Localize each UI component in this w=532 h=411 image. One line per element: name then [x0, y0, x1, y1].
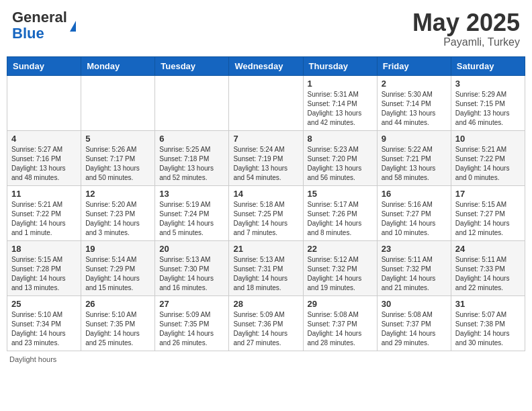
day-number: 25 — [11, 299, 77, 309]
day-number: 1 — [308, 79, 373, 89]
day-number: 17 — [455, 189, 521, 199]
footer: Daylight hours — [7, 355, 525, 363]
day-number: 9 — [382, 134, 447, 144]
day-of-week-monday: Monday — [81, 56, 155, 75]
calendar-cell: 27Sunrise: 5:09 AM Sunset: 7:35 PM Dayli… — [155, 295, 229, 351]
day-info: Sunrise: 5:12 AM Sunset: 7:32 PM Dayligh… — [308, 255, 373, 293]
calendar-week-row: 1Sunrise: 5:31 AM Sunset: 7:14 PM Daylig… — [7, 75, 525, 130]
day-info: Sunrise: 5:22 AM Sunset: 7:21 PM Dayligh… — [382, 145, 447, 183]
calendar-cell: 2Sunrise: 5:30 AM Sunset: 7:14 PM Daylig… — [377, 75, 451, 130]
day-info: Sunrise: 5:31 AM Sunset: 7:14 PM Dayligh… — [308, 90, 373, 128]
day-number: 5 — [85, 134, 150, 144]
day-info: Sunrise: 5:21 AM Sunset: 7:22 PM Dayligh… — [11, 200, 77, 238]
calendar-cell: 31Sunrise: 5:07 AM Sunset: 7:38 PM Dayli… — [451, 295, 525, 351]
day-number: 19 — [85, 244, 150, 254]
calendar-cell: 22Sunrise: 5:12 AM Sunset: 7:32 PM Dayli… — [303, 240, 377, 295]
calendar-cell: 26Sunrise: 5:10 AM Sunset: 7:35 PM Dayli… — [81, 295, 155, 351]
calendar-table: SundayMondayTuesdayWednesdayThursdayFrid… — [7, 56, 525, 351]
calendar-cell: 19Sunrise: 5:14 AM Sunset: 7:29 PM Dayli… — [81, 240, 155, 295]
day-number: 23 — [382, 244, 447, 254]
day-number: 7 — [233, 134, 298, 144]
calendar-cell: 25Sunrise: 5:10 AM Sunset: 7:34 PM Dayli… — [7, 295, 81, 351]
calendar-cell: 21Sunrise: 5:13 AM Sunset: 7:31 PM Dayli… — [229, 240, 303, 295]
day-info: Sunrise: 5:20 AM Sunset: 7:23 PM Dayligh… — [85, 200, 150, 238]
day-info: Sunrise: 5:24 AM Sunset: 7:19 PM Dayligh… — [233, 145, 298, 183]
calendar-cell: 7Sunrise: 5:24 AM Sunset: 7:19 PM Daylig… — [229, 130, 303, 185]
day-info: Sunrise: 5:09 AM Sunset: 7:35 PM Dayligh… — [159, 310, 224, 348]
day-number: 16 — [382, 189, 447, 199]
day-of-week-friday: Friday — [377, 56, 451, 75]
calendar-cell: 10Sunrise: 5:21 AM Sunset: 7:22 PM Dayli… — [451, 130, 525, 185]
day-number: 24 — [455, 244, 521, 254]
calendar-cell — [7, 75, 81, 130]
calendar-cell — [81, 75, 155, 130]
day-number: 26 — [85, 299, 150, 309]
logo-general-text: General — [12, 9, 67, 26]
day-number: 4 — [11, 134, 77, 144]
day-info: Sunrise: 5:21 AM Sunset: 7:22 PM Dayligh… — [455, 145, 521, 183]
day-info: Sunrise: 5:08 AM Sunset: 7:37 PM Dayligh… — [308, 310, 373, 348]
calendar-cell: 14Sunrise: 5:18 AM Sunset: 7:25 PM Dayli… — [229, 185, 303, 240]
day-info: Sunrise: 5:11 AM Sunset: 7:33 PM Dayligh… — [455, 255, 521, 293]
calendar-week-row: 4Sunrise: 5:27 AM Sunset: 7:16 PM Daylig… — [7, 130, 525, 185]
calendar-cell: 20Sunrise: 5:13 AM Sunset: 7:30 PM Dayli… — [155, 240, 229, 295]
page-header: General Blue May 2025 Payamli, Turkey — [7, 7, 525, 51]
day-info: Sunrise: 5:10 AM Sunset: 7:34 PM Dayligh… — [11, 310, 77, 348]
calendar-cell: 24Sunrise: 5:11 AM Sunset: 7:33 PM Dayli… — [451, 240, 525, 295]
day-info: Sunrise: 5:17 AM Sunset: 7:26 PM Dayligh… — [308, 200, 373, 238]
calendar-cell: 8Sunrise: 5:23 AM Sunset: 7:20 PM Daylig… — [303, 130, 377, 185]
day-info: Sunrise: 5:08 AM Sunset: 7:37 PM Dayligh… — [382, 310, 447, 348]
title-block: May 2025 Payamli, Turkey — [412, 9, 520, 48]
day-number: 2 — [382, 79, 447, 89]
calendar-week-row: 18Sunrise: 5:15 AM Sunset: 7:28 PM Dayli… — [7, 240, 525, 295]
day-of-week-tuesday: Tuesday — [155, 56, 229, 75]
day-info: Sunrise: 5:10 AM Sunset: 7:35 PM Dayligh… — [85, 310, 150, 348]
day-number: 21 — [233, 244, 298, 254]
calendar-cell: 28Sunrise: 5:09 AM Sunset: 7:36 PM Dayli… — [229, 295, 303, 351]
calendar-cell: 1Sunrise: 5:31 AM Sunset: 7:14 PM Daylig… — [303, 75, 377, 130]
calendar-cell: 11Sunrise: 5:21 AM Sunset: 7:22 PM Dayli… — [7, 185, 81, 240]
calendar-cell: 18Sunrise: 5:15 AM Sunset: 7:28 PM Dayli… — [7, 240, 81, 295]
day-of-week-wednesday: Wednesday — [229, 56, 303, 75]
day-number: 28 — [233, 299, 298, 309]
calendar-cell: 13Sunrise: 5:19 AM Sunset: 7:24 PM Dayli… — [155, 185, 229, 240]
logo: General Blue — [12, 9, 76, 42]
calendar-cell: 16Sunrise: 5:16 AM Sunset: 7:27 PM Dayli… — [377, 185, 451, 240]
day-number: 6 — [159, 134, 224, 144]
day-info: Sunrise: 5:13 AM Sunset: 7:31 PM Dayligh… — [233, 255, 298, 293]
day-info: Sunrise: 5:16 AM Sunset: 7:27 PM Dayligh… — [382, 200, 447, 238]
daylight-label: Daylight hours — [9, 355, 56, 363]
day-info: Sunrise: 5:29 AM Sunset: 7:15 PM Dayligh… — [455, 90, 521, 128]
day-number: 18 — [11, 244, 77, 254]
day-number: 31 — [455, 299, 521, 309]
day-info: Sunrise: 5:09 AM Sunset: 7:36 PM Dayligh… — [233, 310, 298, 348]
calendar-cell: 12Sunrise: 5:20 AM Sunset: 7:23 PM Dayli… — [81, 185, 155, 240]
calendar-cell: 30Sunrise: 5:08 AM Sunset: 7:37 PM Dayli… — [377, 295, 451, 351]
calendar-cell: 15Sunrise: 5:17 AM Sunset: 7:26 PM Dayli… — [303, 185, 377, 240]
day-number: 22 — [308, 244, 373, 254]
day-number: 15 — [308, 189, 373, 199]
calendar-cell — [229, 75, 303, 130]
day-info: Sunrise: 5:07 AM Sunset: 7:38 PM Dayligh… — [455, 310, 521, 348]
day-of-week-sunday: Sunday — [7, 56, 81, 75]
calendar-cell: 4Sunrise: 5:27 AM Sunset: 7:16 PM Daylig… — [7, 130, 81, 185]
day-number: 8 — [308, 134, 373, 144]
day-number: 27 — [159, 299, 224, 309]
calendar-cell: 9Sunrise: 5:22 AM Sunset: 7:21 PM Daylig… — [377, 130, 451, 185]
calendar-week-row: 25Sunrise: 5:10 AM Sunset: 7:34 PM Dayli… — [7, 295, 525, 351]
calendar-cell: 17Sunrise: 5:15 AM Sunset: 7:27 PM Dayli… — [451, 185, 525, 240]
day-number: 11 — [11, 189, 77, 199]
day-info: Sunrise: 5:15 AM Sunset: 7:27 PM Dayligh… — [455, 200, 521, 238]
day-number: 29 — [308, 299, 373, 309]
day-number: 3 — [455, 79, 521, 89]
calendar-cell: 3Sunrise: 5:29 AM Sunset: 7:15 PM Daylig… — [451, 75, 525, 130]
day-info: Sunrise: 5:19 AM Sunset: 7:24 PM Dayligh… — [159, 200, 224, 238]
day-info: Sunrise: 5:26 AM Sunset: 7:17 PM Dayligh… — [85, 145, 150, 183]
day-number: 13 — [159, 189, 224, 199]
day-info: Sunrise: 5:25 AM Sunset: 7:18 PM Dayligh… — [159, 145, 224, 183]
day-number: 12 — [85, 189, 150, 199]
calendar-header-row: SundayMondayTuesdayWednesdayThursdayFrid… — [7, 56, 525, 75]
day-number: 14 — [233, 189, 298, 199]
day-info: Sunrise: 5:14 AM Sunset: 7:29 PM Dayligh… — [85, 255, 150, 293]
calendar-cell: 23Sunrise: 5:11 AM Sunset: 7:32 PM Dayli… — [377, 240, 451, 295]
